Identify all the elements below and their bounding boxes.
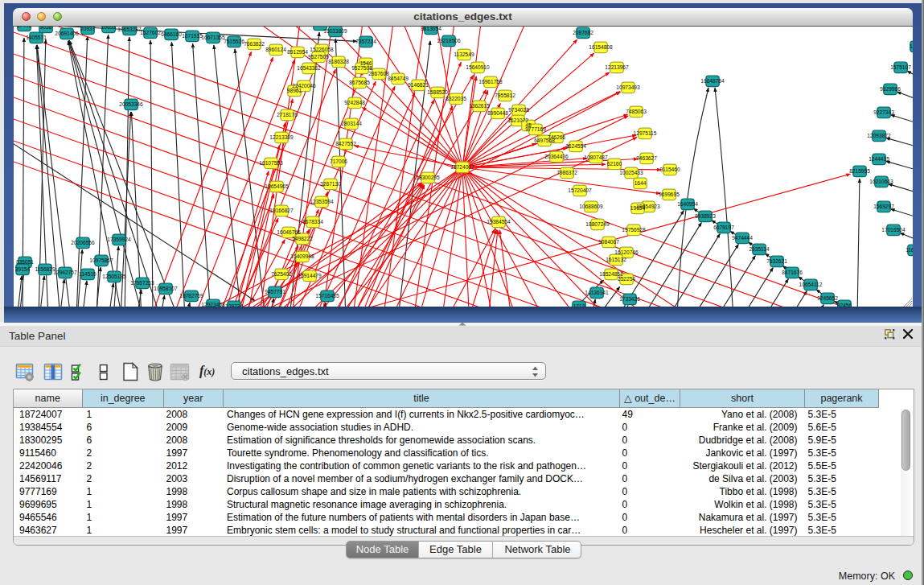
svg-text:7515526: 7515526 (224, 39, 244, 44)
svg-text:1575107: 1575107 (890, 64, 911, 70)
svg-text:17446: 17446 (17, 27, 32, 28)
svg-text:8454749: 8454749 (388, 76, 409, 81)
svg-text:10654112: 10654112 (799, 282, 823, 287)
svg-text:7986372: 7986372 (556, 170, 577, 175)
svg-text:1640954: 1640954 (677, 201, 698, 207)
svg-text:19654965: 19654965 (265, 183, 289, 189)
svg-text:15640910: 15640910 (466, 64, 490, 70)
svg-text:12353594: 12353594 (310, 199, 334, 204)
svg-text:1569297: 1569297 (873, 204, 894, 209)
svg-text:114519: 114519 (79, 271, 97, 277)
svg-text:9245652: 9245652 (817, 295, 838, 301)
svg-text:10975867: 10975867 (89, 257, 113, 263)
svg-text:1071915: 1071915 (182, 33, 203, 39)
svg-text:6466160: 6466160 (161, 31, 182, 37)
svg-text:16914479: 16914479 (298, 273, 322, 278)
svg-text:16046766: 16046766 (277, 229, 301, 235)
svg-text:7485063: 7485063 (626, 109, 647, 114)
svg-text:19654: 19654 (630, 205, 646, 211)
svg-text:9777169: 9777169 (525, 126, 546, 132)
svg-text:8215955: 8215955 (849, 168, 870, 174)
svg-text:9242848: 9242848 (344, 100, 365, 105)
svg-text:1405571: 1405571 (26, 35, 47, 40)
svg-text:10688609: 10688609 (579, 204, 603, 209)
svg-text:16961758: 16961758 (478, 79, 503, 84)
svg-text:1156829: 1156829 (35, 266, 55, 272)
svg-text:19384554: 19384554 (487, 219, 511, 225)
svg-text:9734028: 9734028 (508, 107, 529, 113)
svg-text:2803144: 2803144 (341, 121, 362, 126)
svg-text:22420046: 22420046 (292, 83, 316, 89)
svg-text:16120746: 16120746 (614, 249, 639, 255)
svg-text:1733426: 1733426 (619, 296, 640, 302)
svg-text:9527509: 9527509 (308, 54, 329, 60)
svg-text:9115460: 9115460 (659, 167, 680, 172)
svg-text:16648784: 16648784 (700, 78, 725, 84)
svg-text:98961: 98961 (287, 88, 302, 93)
svg-text:12093872: 12093872 (867, 133, 891, 138)
svg-text:7625402: 7625402 (271, 271, 292, 277)
svg-text:9699695: 9699695 (659, 192, 680, 197)
svg-text:16409948: 16409948 (290, 253, 314, 259)
svg-text:12505135: 12505135 (102, 274, 126, 279)
svg-text:8938923: 8938923 (695, 213, 716, 219)
svg-text:10807487: 10807487 (584, 154, 608, 160)
svg-text:12213389: 12213389 (269, 134, 294, 140)
svg-text:20691406: 20691406 (55, 31, 79, 36)
svg-text:16671355: 16671355 (201, 35, 225, 40)
svg-text:18724007: 18724007 (450, 164, 474, 170)
svg-text:8813054: 8813054 (421, 27, 441, 31)
svg-text:3267130: 3267130 (320, 181, 341, 187)
svg-text:1132549: 1132549 (454, 51, 474, 57)
svg-text:19166827: 19166827 (269, 208, 294, 213)
svg-text:5498222: 5498222 (292, 236, 313, 241)
svg-text:10958107: 10958107 (154, 286, 178, 291)
svg-text:10973493: 10973493 (616, 84, 640, 90)
svg-text:20937: 20937 (80, 27, 96, 31)
svg-text:8678334: 8678334 (302, 219, 323, 225)
svg-text:18807249: 18807249 (585, 221, 610, 227)
svg-text:8960124: 8960124 (265, 47, 286, 52)
svg-text:15716485: 15716485 (315, 293, 339, 299)
svg-text:19756928: 19756928 (622, 227, 646, 233)
svg-text:16033809: 16033809 (323, 28, 347, 34)
svg-text:16154808: 16154808 (589, 44, 613, 50)
svg-text:9058: 9058 (40, 27, 52, 30)
svg-text:717006: 717006 (330, 159, 347, 164)
svg-text:1362615: 1362615 (469, 103, 490, 109)
svg-text:1615132: 1615132 (606, 257, 626, 262)
svg-text:835051: 835051 (16, 259, 34, 265)
svg-text:2935114: 2935114 (749, 246, 770, 252)
svg-text:62160: 62160 (607, 161, 622, 167)
svg-text:12942757: 12942757 (53, 270, 77, 275)
svg-text:9146821: 9146821 (408, 82, 429, 88)
svg-text:3624554: 3624554 (565, 143, 586, 149)
svg-text:2867608: 2867608 (368, 71, 389, 76)
svg-text:9463627: 9463627 (636, 155, 657, 161)
svg-text:10653: 10653 (101, 27, 117, 30)
svg-text:12213967: 12213967 (605, 64, 629, 70)
svg-text:2087682: 2087682 (573, 30, 593, 35)
svg-text:116753: 116753 (906, 247, 913, 253)
svg-text:19218506: 19218506 (437, 38, 461, 43)
svg-text:17957253: 17957253 (130, 280, 154, 286)
svg-text:8186328: 8186328 (328, 59, 349, 64)
svg-text:20364436: 20364436 (544, 154, 569, 159)
svg-text:10653287: 10653287 (117, 27, 142, 32)
svg-text:9527508: 9527508 (351, 65, 372, 71)
svg-text:7955812: 7955812 (495, 93, 515, 98)
svg-text:8675685: 8675685 (349, 80, 370, 85)
svg-text:16782759: 16782759 (179, 293, 203, 299)
svg-text:17016504: 17016504 (881, 227, 906, 233)
svg-text:9474444: 9474444 (732, 235, 753, 241)
svg-text:8990448: 8990448 (487, 110, 508, 116)
svg-text:1644: 1644 (634, 180, 647, 186)
svg-text:39154: 39154 (15, 266, 31, 272)
svg-text:16107553: 16107553 (259, 160, 283, 166)
svg-text:18300295: 18300295 (416, 175, 440, 180)
svg-text:9457791: 9457791 (265, 289, 285, 295)
svg-text:1588520: 1588520 (427, 89, 448, 95)
svg-text:8471676: 8471676 (782, 270, 803, 275)
svg-text:15226058: 15226058 (310, 47, 334, 52)
svg-text:14136141: 14136141 (585, 290, 609, 295)
